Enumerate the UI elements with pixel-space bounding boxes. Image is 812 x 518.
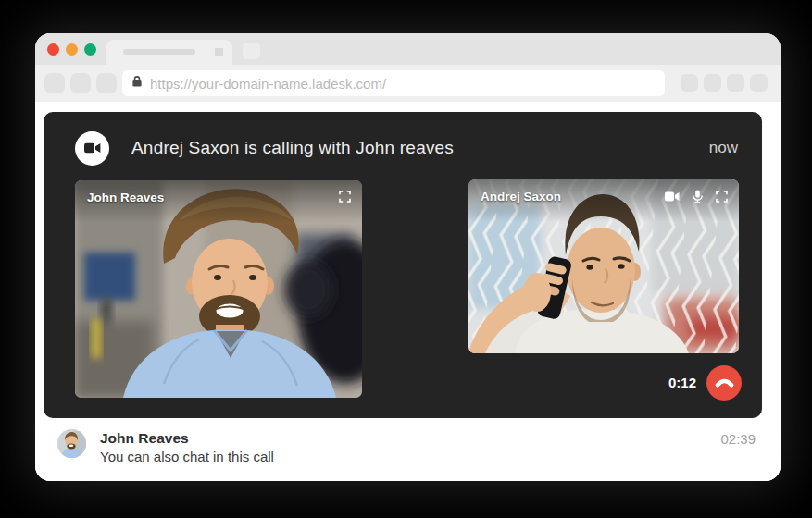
window-controls: [47, 43, 96, 56]
chat-text-block: John Reaves You can also chat in this ca…: [100, 429, 274, 466]
video-camera-badge: [75, 131, 109, 166]
call-received-time: now: [709, 139, 738, 157]
microphone-icon[interactable]: [692, 190, 704, 204]
chat-author: John Reaves: [100, 429, 274, 447]
chat-timestamp: 02:39: [720, 429, 756, 447]
reload-button[interactable]: [96, 73, 117, 93]
fullscreen-icon[interactable]: [339, 191, 351, 203]
toolbar-button-3[interactable]: [727, 74, 744, 92]
browser-tab-bar: [35, 33, 781, 65]
phone-hangup-icon: [715, 376, 734, 390]
toolbar-button-2[interactable]: [704, 74, 721, 92]
address-bar[interactable]: https://your-domain-name.ladesk.com/: [122, 70, 665, 96]
new-tab-button[interactable]: [243, 43, 260, 59]
toolbar-button-4[interactable]: [750, 74, 768, 92]
nav-buttons: [44, 73, 117, 93]
url-text: https://your-domain-name.ladesk.com/: [150, 76, 386, 92]
toolbar-buttons: [681, 74, 768, 92]
avatar: [57, 429, 86, 458]
back-button[interactable]: [44, 73, 65, 93]
tab-title-placeholder: [123, 49, 195, 55]
page-background: https://your-domain-name.ladesk.com/: [0, 0, 812, 518]
tile-participant-name: John Reaves: [87, 191, 164, 204]
window-zoom-button[interactable]: [84, 43, 96, 56]
call-header: Andrej Saxon is calling with John reaves…: [75, 130, 738, 166]
browser-tab[interactable]: [106, 40, 232, 65]
avatar-photo: [57, 429, 86, 458]
tile-controls: [339, 191, 351, 203]
call-title: Andrej Saxon is calling with John reaves: [131, 138, 454, 158]
tile-controls: [665, 190, 728, 204]
tab-close-button[interactable]: [215, 48, 223, 56]
video-camera-icon: [84, 142, 101, 154]
video-call-panel: Andrej Saxon is calling with John reaves…: [44, 112, 762, 418]
window-minimize-button[interactable]: [66, 43, 78, 56]
video-tile-andrej-saxon: Andrej Saxon: [468, 179, 739, 353]
tile-participant-name: Andrej Saxon: [481, 190, 561, 204]
browser-toolbar: https://your-domain-name.ladesk.com/: [35, 65, 781, 102]
browser-window: https://your-domain-name.ladesk.com/: [35, 33, 781, 481]
camera-icon[interactable]: [665, 191, 680, 202]
window-close-button[interactable]: [47, 43, 59, 56]
forward-button[interactable]: [70, 73, 91, 93]
toolbar-button-1[interactable]: [681, 74, 698, 92]
hangup-button[interactable]: [706, 365, 742, 401]
video-tile-john-reaves: John Reaves: [75, 180, 362, 398]
call-duration: 0:12: [668, 375, 696, 390]
lock-icon: [131, 75, 143, 92]
fullscreen-icon[interactable]: [716, 191, 728, 203]
page-content: Andrej Saxon is calling with John reaves…: [35, 102, 781, 481]
chat-message: John Reaves You can also chat in this ca…: [57, 429, 756, 466]
chat-body: You can also chat in this call: [100, 447, 274, 466]
